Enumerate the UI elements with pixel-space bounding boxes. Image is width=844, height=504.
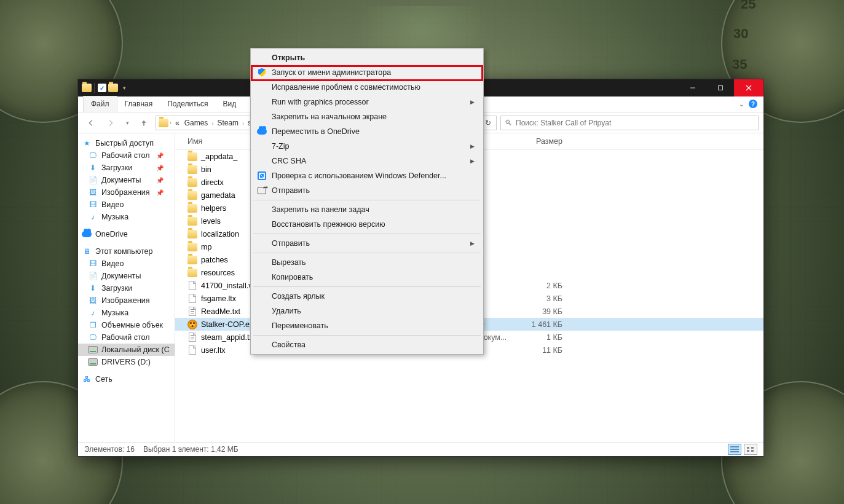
maximize-button[interactable] [706, 79, 734, 96]
shield-icon [257, 68, 267, 77]
context-menu-item[interactable]: Отправить ▶ [252, 236, 482, 251]
folder-icon [159, 118, 168, 128]
context-menu-item[interactable]: Свойства [252, 337, 482, 352]
context-menu-item[interactable]: Run with graphics processor ▶ [252, 95, 482, 109]
context-menu-item[interactable]: Вырезать [252, 255, 482, 270]
file-icon [187, 216, 197, 226]
file-icon [187, 255, 197, 265]
context-menu-item[interactable]: Отправить [252, 183, 482, 198]
pin-icon: 📌 [156, 177, 171, 184]
ribbon-tab[interactable]: Вид [215, 96, 243, 112]
qat-customize-icon[interactable]: ▾ [119, 83, 129, 93]
search-icon: 🔍︎ [505, 119, 512, 127]
qat-new-folder-icon[interactable] [108, 83, 118, 93]
context-menu-item[interactable]: Открыть [252, 50, 482, 65]
nav-onedrive[interactable]: OneDrive [78, 228, 175, 240]
file-icon [187, 191, 197, 200]
file-icon [187, 345, 197, 355]
folder-icon [82, 83, 92, 93]
nav-icon: 📄 [88, 271, 98, 281]
nav-network[interactable]: 🖧 Сеть [78, 373, 175, 385]
star-icon: ★ [82, 138, 92, 148]
cloud-icon [82, 229, 92, 239]
pin-icon: 📌 [156, 152, 171, 159]
qat-properties-icon[interactable]: ✓ [97, 83, 107, 93]
nav-icon: ❒ [88, 320, 98, 330]
nav-item[interactable]: ⬇ Загрузки 📌 [78, 162, 175, 174]
nav-item[interactable]: ❒ Объемные объек [78, 319, 175, 331]
nav-item[interactable]: 🎞 Видео [78, 258, 175, 270]
file-icon [187, 152, 197, 162]
ribbon-tab[interactable]: Поделиться [160, 96, 215, 112]
nav-icon: ♪ [88, 308, 98, 318]
context-menu: Открыть Запуск от имени администратора И… [250, 48, 484, 355]
nav-icon: 🖼 [88, 187, 98, 197]
breadcrumb-item[interactable]: Steam [215, 119, 241, 127]
nav-quick-access[interactable]: ★ Быстрый доступ [78, 137, 175, 149]
nav-icon: 📄 [88, 175, 98, 185]
refresh-icon[interactable]: ↻ [485, 119, 491, 127]
ribbon-tab-file[interactable]: Файл [83, 96, 117, 112]
network-icon: 🖧 [82, 374, 92, 384]
file-icon [187, 229, 197, 239]
breadcrumb-item[interactable]: Games [182, 119, 211, 127]
nav-item[interactable]: ⬇ Загрузки [78, 282, 175, 294]
ribbon-tab[interactable]: Главная [117, 96, 160, 112]
nav-item[interactable]: Локальный диск (C [78, 344, 175, 356]
nav-item[interactable]: 🎞 Видео [78, 199, 175, 211]
context-menu-item[interactable]: Закрепить на начальном экране [252, 109, 482, 124]
nav-history-button[interactable]: ▾ [122, 115, 132, 131]
close-button[interactable] [734, 79, 763, 96]
nav-item[interactable]: DRIVERS (D:) [78, 356, 175, 368]
file-icon [187, 178, 197, 187]
nav-item[interactable]: ♪ Музыка [78, 211, 175, 223]
nav-icon [88, 345, 98, 355]
nav-item[interactable]: ♪ Музыка [78, 307, 175, 319]
minimize-button[interactable] [679, 79, 706, 96]
context-menu-item[interactable]: Удалить [252, 304, 482, 318]
nav-icon: 🖼 [88, 296, 98, 305]
nav-item[interactable]: 🖵 Рабочий стол 📌 [78, 149, 175, 162]
share-icon [257, 186, 267, 195]
context-menu-item[interactable]: 7-Zip ▶ [252, 139, 482, 154]
file-icon [187, 320, 197, 329]
nav-forward-button[interactable] [103, 115, 119, 131]
context-menu-item[interactable]: Переименовать [252, 318, 482, 333]
nav-this-pc[interactable]: 🖥 Этот компьютер [78, 245, 175, 258]
nav-item[interactable]: 📄 Документы 📌 [78, 174, 175, 186]
context-menu-item[interactable]: Проверка с использованием Windows Defend… [252, 168, 482, 183]
context-menu-item[interactable]: CRC SHA ▶ [252, 154, 482, 168]
nav-item[interactable]: 🖼 Изображения 📌 [78, 186, 175, 199]
context-menu-item[interactable]: Переместить в OneDrive [252, 124, 482, 139]
nav-item[interactable]: 🖵 Рабочий стол [78, 331, 175, 344]
svg-rect-5 [751, 447, 754, 449]
context-menu-item[interactable]: Создать ярлык [252, 289, 482, 304]
nav-icon [88, 357, 98, 367]
nav-item[interactable]: 📄 Документы [78, 270, 175, 282]
search-input[interactable]: 🔍︎ Поиск: Stalker Call of Pripyat [500, 116, 759, 130]
context-menu-item[interactable]: Закрепить на панели задач [252, 202, 482, 217]
cloud-icon [257, 127, 267, 136]
file-icon [187, 281, 197, 291]
nav-icon: 🖵 [88, 151, 98, 160]
chevron-right-icon: ▶ [470, 240, 475, 246]
ribbon-expand-icon[interactable]: ⌄ [739, 101, 744, 108]
svg-rect-1 [718, 86, 722, 90]
context-menu-item[interactable]: Копировать [252, 270, 482, 285]
view-icons-button[interactable] [744, 444, 757, 455]
nav-up-button[interactable] [136, 115, 152, 131]
view-details-button[interactable] [728, 444, 741, 455]
pc-icon: 🖥 [82, 246, 92, 256]
nav-back-button[interactable] [83, 115, 99, 131]
file-icon [187, 165, 197, 175]
context-menu-item[interactable]: Исправление проблем с совместимостью [252, 80, 482, 95]
nav-icon: ⬇ [88, 163, 98, 173]
nav-item[interactable]: 🖼 Изображения [78, 294, 175, 307]
file-icon [187, 294, 197, 304]
context-menu-item[interactable]: Восстановить прежнюю версию [252, 217, 482, 232]
status-bar: Элементов: 16 Выбран 1 элемент: 1,42 МБ [78, 442, 763, 456]
help-icon[interactable]: ? [749, 100, 757, 108]
context-menu-item[interactable]: Запуск от имени администратора [252, 65, 482, 80]
pin-icon: 📌 [156, 165, 171, 171]
pin-icon: 📌 [156, 189, 171, 196]
